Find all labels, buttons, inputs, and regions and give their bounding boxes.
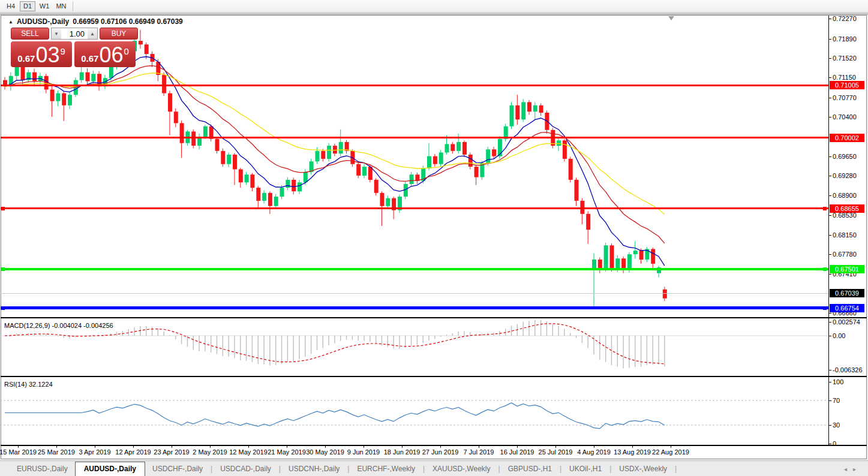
rsi-indicator-label: RSI(14) 32.1224 xyxy=(4,381,53,388)
one-click-trading-widget: SELL ▼ 1.00 ▲ BUY 0.67 03 9 0.67 06 0 xyxy=(11,28,138,67)
tab-scroll-arrows[interactable]: ◂▸ xyxy=(844,466,862,472)
collapse-icon[interactable]: ▲ xyxy=(8,19,13,25)
buy-price-panel[interactable]: 0.67 06 0 xyxy=(74,41,136,67)
level-price-badge-0.71005: 0.71005 xyxy=(830,81,864,89)
date-axis-label: 4 Aug 2019 xyxy=(577,448,611,456)
level-right-handle-0.67501[interactable] xyxy=(823,267,827,271)
macd-rsi-pane-separator[interactable] xyxy=(1,376,867,377)
tab-usdcad-daily[interactable]: USDCAD-,Daily xyxy=(213,462,278,476)
tab-xauusd-weekly[interactable]: XAUUSD-,Weekly xyxy=(425,462,497,476)
current-price-badge: 0.67039 xyxy=(830,289,864,297)
date-axis-tick xyxy=(325,445,326,448)
timeframe-button-h4[interactable]: H4 xyxy=(3,1,19,11)
tab-eurusd-daily[interactable]: EURUSD-,Daily xyxy=(10,462,75,476)
date-axis-label: 9 Jun 2019 xyxy=(347,448,380,456)
date-axis-label: 12 Apr 2019 xyxy=(115,448,151,456)
volume-increase-icon[interactable]: ▲ xyxy=(88,28,97,39)
horizontal-level-line-0.70002[interactable] xyxy=(1,137,828,138)
price-axis-tick-label: 0.68150 xyxy=(833,231,857,239)
level-right-handle-0.66754[interactable] xyxy=(823,306,827,310)
date-axis-tick xyxy=(402,445,403,448)
date-axis-label: 27 Jun 2019 xyxy=(422,448,459,456)
tab-eurchf-weekly[interactable]: EURCHF-,Weekly xyxy=(350,462,422,476)
macd-pane-canvas[interactable] xyxy=(0,319,828,375)
volume-value[interactable]: 1.00 xyxy=(61,28,88,39)
buy-button[interactable]: BUY xyxy=(100,28,138,40)
rsi-axis-tick-label: 0 xyxy=(833,440,836,447)
macd-signal-line xyxy=(5,324,665,364)
chart-shift-marker[interactable] xyxy=(668,16,674,20)
mt4-chart-app: H4D1W1MN ▲ AUDUSD-,Daily 0.66959 0.67106… xyxy=(0,0,868,476)
macd-axis-tick-label: -0.006326 xyxy=(833,366,863,373)
date-axis-label: 23 Apr 2019 xyxy=(154,448,189,456)
tab-scroll-left-icon[interactable]: ◂ xyxy=(844,466,853,472)
current-price-line xyxy=(1,293,828,294)
volume-stepper[interactable]: ▼ 1.00 ▲ xyxy=(51,28,98,40)
timeframe-button-w1[interactable]: W1 xyxy=(37,1,52,11)
price-macd-pane-separator[interactable] xyxy=(1,317,867,318)
tab-usdx-weekly[interactable]: USDX-,Weekly xyxy=(612,462,674,476)
sell-button[interactable]: SELL xyxy=(11,28,49,40)
level-price-badge-0.68655: 0.68655 xyxy=(830,204,864,213)
timeframe-toolbar: H4D1W1MN xyxy=(0,0,868,13)
date-axis-tick xyxy=(479,445,479,448)
date-axis-label: 30 May 2019 xyxy=(306,448,344,456)
price-axis-tick-label: 0.69280 xyxy=(833,172,857,179)
macd-indicator-label: MACD(12,26,9) -0.004024 -0.004256 xyxy=(4,322,113,329)
sell-price-big: 03 xyxy=(35,45,59,65)
tab-scroll-right-icon[interactable]: ▸ xyxy=(853,466,862,472)
price-axis-tick xyxy=(828,98,831,98)
level-right-handle-0.68655[interactable] xyxy=(823,207,827,210)
price-axis-tick xyxy=(828,156,831,157)
price-axis-tick xyxy=(828,39,831,40)
date-axis-tick xyxy=(364,445,364,448)
price-axis-tick-label: 0.71150 xyxy=(833,74,856,81)
tab-usdcnh-daily[interactable]: USDCNH-,Daily xyxy=(281,462,347,476)
price-axis-tick-label: 0.70770 xyxy=(833,94,857,101)
rsi-axis-tick-label: 70 xyxy=(833,397,840,404)
date-axis-label: 25 Mar 2019 xyxy=(38,448,75,456)
date-axis-tick xyxy=(555,445,556,448)
macd-axis-tick-label: 0.002574 xyxy=(833,318,860,326)
date-axis-label: 21 May 2019 xyxy=(268,448,306,456)
rsi-axis-tick xyxy=(828,400,831,401)
tab-usdchf-daily[interactable]: USDCHF-,Daily xyxy=(145,462,210,476)
horizontal-level-line-0.66754[interactable] xyxy=(1,306,828,309)
date-axis-label: 15 Mar 2019 xyxy=(0,448,37,456)
rsi-pane-canvas[interactable] xyxy=(0,378,828,444)
candles-group xyxy=(3,30,667,308)
horizontal-level-line-0.71005[interactable] xyxy=(1,85,828,86)
date-axis-label: 3 Apr 2019 xyxy=(79,448,110,456)
volume-decrease-icon[interactable]: ▼ xyxy=(52,28,61,39)
price-axis-tick-label: 0.67780 xyxy=(833,251,857,258)
tab-separator: | xyxy=(674,465,677,476)
horizontal-level-line-0.68655[interactable] xyxy=(1,207,828,209)
date-axis-tick xyxy=(56,445,57,448)
date-axis-tick xyxy=(517,445,518,448)
level-price-badge-0.67501: 0.67501 xyxy=(830,265,864,273)
rsi-line xyxy=(5,403,665,429)
date-axis-label: 2 May 2019 xyxy=(193,448,227,456)
horizontal-level-line-0.67501[interactable] xyxy=(1,268,828,270)
date-axis-tick xyxy=(210,445,211,448)
buy-price-big: 06 xyxy=(99,45,123,65)
price-axis-tick-label: 0.68900 xyxy=(833,192,857,199)
chart-title: ▲ AUDUSD-,Daily 0.66959 0.67106 0.66949 … xyxy=(8,17,183,26)
tab-ukoil-h1[interactable]: UKOil-,H1 xyxy=(562,462,609,476)
tab-audusd-daily[interactable]: AUDUSD-,Daily xyxy=(75,462,145,476)
rsi-axis-tick xyxy=(828,382,831,382)
price-axis-tick xyxy=(828,176,831,176)
level-left-handle-0.67501[interactable] xyxy=(1,267,5,271)
date-axis-tick xyxy=(248,445,249,448)
level-left-handle-0.66754[interactable] xyxy=(1,306,5,310)
date-axis-tick xyxy=(287,445,287,448)
tab-gbpusd-h1[interactable]: GBPUSD-,H1 xyxy=(501,462,559,476)
date-axis-tick xyxy=(18,445,19,448)
level-price-badge-0.66754: 0.66754 xyxy=(830,304,864,312)
price-axis-tick-label: 0.71520 xyxy=(833,55,857,62)
level-left-handle-0.68655[interactable] xyxy=(1,207,5,210)
timeframe-button-d1[interactable]: D1 xyxy=(20,1,35,11)
date-axis-tick xyxy=(172,445,172,448)
sell-price-panel[interactable]: 0.67 03 9 xyxy=(11,41,72,67)
timeframe-button-mn[interactable]: MN xyxy=(53,1,69,11)
